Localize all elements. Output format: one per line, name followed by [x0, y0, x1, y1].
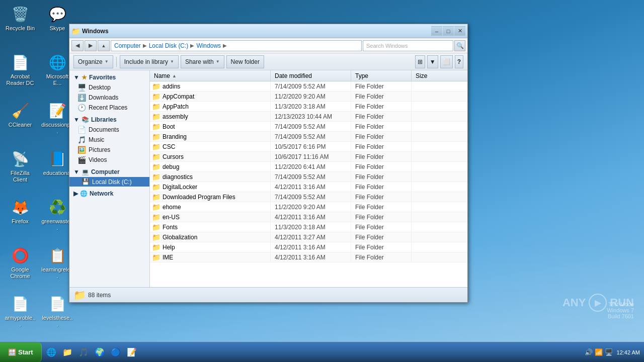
desktop-icon-armyprob[interactable]: 📄 armyproble... [2, 292, 38, 330]
anyrun-line2: Windows 7 [607, 307, 634, 313]
icon-label-ccleaner: CCleaner [9, 122, 32, 128]
icon-label-firefox: Firefox [12, 218, 29, 225]
table-row[interactable]: 📁 assembly 12/13/2023 10:44 AM File Fold… [150, 112, 467, 122]
title-bar: 📁 Windows – □ ✕ [69, 24, 467, 38]
table-row[interactable]: 📁 IME 4/12/2011 3:16 AM File Folder [150, 252, 467, 262]
view-dropdown-button[interactable]: ▼ [427, 55, 438, 68]
table-row[interactable]: 📁 diagnostics 7/14/2009 5:52 AM File Fol… [150, 172, 467, 182]
table-row[interactable]: 📁 Cursors 10/6/2017 11:16 AM File Folder [150, 152, 467, 162]
path-computer[interactable]: Computer [114, 42, 141, 49]
include-library-button[interactable]: Include in library ▼ [120, 55, 179, 68]
table-row[interactable]: 📁 addins 7/14/2009 5:52 AM File Folder [150, 81, 467, 92]
taskbar-ie2-icon[interactable]: 🔵 [108, 345, 123, 360]
taskbar-ie-icon[interactable]: 🌐 [44, 345, 59, 360]
table-row[interactable]: 📁 debug 11/2/2020 6:41 AM File Folder [150, 162, 467, 172]
table-row[interactable]: 📁 ehome 11/2/2020 9:20 AM File Folder [150, 202, 467, 212]
folder-icon: 📁 [152, 193, 160, 201]
file-type-cell: File Folder [351, 252, 412, 262]
table-row[interactable]: 📁 Globalization 4/12/2011 3:27 AM File F… [150, 232, 467, 242]
table-row[interactable]: 📁 Downloaded Program Files 7/14/2009 5:5… [150, 192, 467, 202]
taskbar-browser2-icon[interactable]: 🌍 [92, 345, 107, 360]
main-area: ▼ ★ Favorites 🖥️Desktop⬇️Downloads🕐Recen… [69, 70, 467, 287]
panel-item-local-disk[interactable]: 💾Local Disk (C:) [69, 177, 149, 187]
col-type-header[interactable]: Type [351, 70, 412, 81]
file-name-cell: 📁 Help [150, 242, 271, 252]
table-row[interactable]: 📁 Boot 7/14/2009 5:52 AM File Folder [150, 122, 467, 132]
panel-label-music: Music [89, 136, 104, 143]
panel-item-desktop[interactable]: 🖥️Desktop [69, 82, 149, 93]
network-header[interactable]: ▶ 🌐 Network [69, 189, 149, 199]
col-date-header[interactable]: Date modified [271, 70, 351, 81]
up-button[interactable]: ▲ [98, 40, 110, 51]
taskbar-right: 🔊 📶 🖥️ 12:42 AM [581, 348, 644, 356]
network-section: ▶ 🌐 Network [69, 189, 149, 199]
col-name-header[interactable]: Name ▲ [150, 70, 271, 81]
forward-button[interactable]: ▶ [85, 40, 97, 51]
panel-icon-pictures: 🖼️ [77, 146, 86, 154]
desktop-icon-acrobat[interactable]: 📄 Acrobat Reader DC [2, 50, 38, 88]
panel-item-music[interactable]: 🎵Music [69, 135, 149, 145]
search-button[interactable]: 🔍 [454, 40, 465, 51]
new-folder-button[interactable]: New folder [226, 55, 264, 68]
close-button[interactable]: ✕ [454, 26, 465, 36]
file-type-cell: File Folder [351, 192, 412, 202]
icon-img-filezilla: 📡 [10, 149, 30, 169]
col-size-header[interactable]: Size [412, 70, 467, 81]
panel-item-videos[interactable]: 🎬Videos [69, 155, 149, 165]
path-windows[interactable]: Windows [196, 42, 221, 49]
file-name: Cursors [163, 153, 184, 160]
anyrun-info: Test Mode Windows 7 Build 7601 [607, 301, 634, 319]
icon-label-recycle-bin: Recycle Bin [6, 25, 35, 32]
share-with-button[interactable]: Share with ▼ [181, 55, 224, 68]
desktop-icon-filezilla[interactable]: 📡 FileZilla Client [2, 147, 38, 185]
file-size-cell [412, 192, 467, 202]
back-button[interactable]: ◀ [71, 40, 84, 51]
folder-icon: 📁 [152, 243, 160, 251]
computer-header[interactable]: ▼ 💻 Computer [69, 167, 149, 177]
file-name: AppPatch [163, 103, 189, 110]
panel-item-downloads[interactable]: ⬇️Downloads [69, 93, 149, 103]
maximize-button[interactable]: □ [443, 26, 454, 36]
table-row[interactable]: 📁 DigitalLocker 4/12/2011 3:16 AM File F… [150, 182, 467, 192]
table-row[interactable]: 📁 Branding 7/14/2009 5:52 AM File Folder [150, 132, 467, 142]
file-date-cell: 7/14/2009 5:52 AM [271, 192, 351, 202]
panel-item-pictures[interactable]: 🖼️Pictures [69, 145, 149, 155]
favorites-header[interactable]: ▼ ★ Favorites [69, 72, 149, 82]
anyrun-label: ANY [562, 296, 586, 309]
start-button[interactable]: 🪟 Start [0, 342, 42, 363]
path-localdisk[interactable]: Local Disk (C:) [149, 42, 189, 49]
table-row[interactable]: 📁 Help 4/12/2011 3:16 AM File Folder [150, 242, 467, 252]
desktop-icon-firefox[interactable]: 🦊 Firefox [2, 195, 38, 227]
folder-icon: 📁 [152, 153, 160, 161]
desktop-icon-recycle-bin[interactable]: 🗑️ Recycle Bin [2, 2, 38, 34]
desktop-icon-ccleaner[interactable]: 🧹 CCleaner [2, 99, 38, 130]
table-row[interactable]: 📁 Fonts 11/3/2020 3:18 AM File Folder [150, 222, 467, 232]
toolbar: Organize ▼ Include in library ▼ Share wi… [69, 53, 467, 70]
file-date-cell: 4/12/2011 3:16 AM [271, 182, 351, 192]
table-row[interactable]: 📁 AppCompat 11/2/2020 9:20 AM File Folde… [150, 92, 467, 102]
table-row[interactable]: 📁 en-US 4/12/2011 3:16 AM File Folder [150, 212, 467, 222]
taskbar-word-icon[interactable]: 📝 [124, 345, 139, 360]
file-type-cell: File Folder [351, 81, 412, 91]
folder-icon: 📁 [152, 82, 160, 90]
minimize-button[interactable]: – [431, 26, 442, 36]
libraries-header[interactable]: ▼ 📚 Libraries [69, 115, 149, 125]
preview-pane-button[interactable]: ⬜ [440, 55, 453, 68]
file-list[interactable]: 📁 addins 7/14/2009 5:52 AM File Folder 📁… [150, 81, 467, 287]
desktop-icon-chrome[interactable]: ⭕ Google Chrome [2, 243, 38, 282]
table-row[interactable]: 📁 CSC 10/5/2017 6:16 PM File Folder [150, 142, 467, 152]
icon-img-skype: 💬 [47, 4, 67, 24]
panel-label-documents: Documents [89, 126, 119, 133]
address-path[interactable]: Computer ▶ Local Disk (C:) ▶ Windows ▶ [111, 40, 362, 51]
view-button[interactable]: ⊞ [415, 55, 425, 68]
panel-item-recent-places[interactable]: 🕐Recent Places [69, 103, 149, 113]
organize-button[interactable]: Organize ▼ [73, 55, 113, 68]
panel-item-documents[interactable]: 📄Documents [69, 125, 149, 135]
taskbar-media-icon[interactable]: 🎵 [76, 345, 91, 360]
table-row[interactable]: 📁 AppPatch 11/3/2020 3:18 AM File Folder [150, 102, 467, 112]
taskbar: 🪟 Start 🌐 📁 🎵 🌍 🔵 📝 🔊 📶 🖥️ 12:42 AM [0, 342, 644, 362]
search-box[interactable]: Search Windows [363, 40, 453, 51]
taskbar-folder-icon[interactable]: 📁 [60, 345, 75, 360]
help-button[interactable]: ? [455, 55, 463, 68]
folder-icon: 📁 [152, 183, 160, 191]
